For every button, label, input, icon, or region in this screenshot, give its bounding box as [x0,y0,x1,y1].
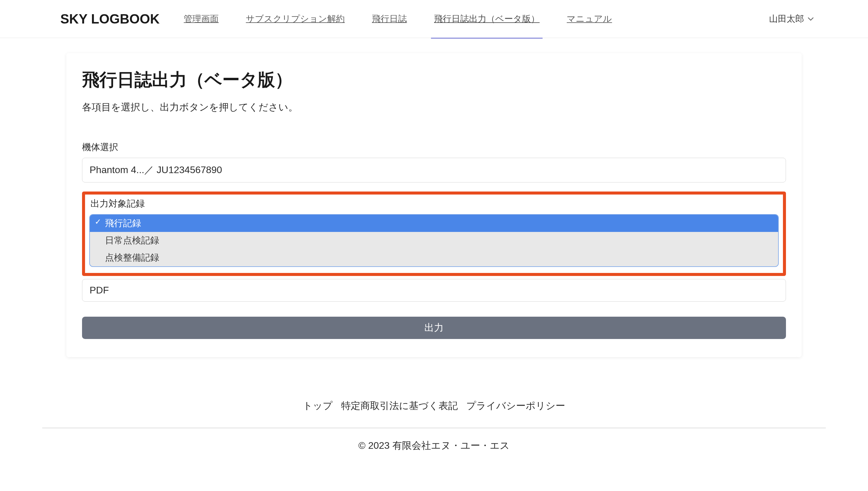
format-field-group: PDF [82,279,786,301]
nav-item-admin[interactable]: 管理画面 [184,0,219,38]
aircraft-field-group: 機体選択 Phantom 4...／ JU1234567890 [82,141,786,182]
page-title: 飛行日誌出力（ベータ版） [82,68,786,92]
main-nav: 管理画面 サブスクリプション解約 飛行日誌 飛行日誌出力（ベータ版） マニュアル [184,0,769,38]
chevron-down-icon [808,17,814,21]
footer-link-transactions-law[interactable]: 特定商取引法に基づく表記 [341,399,458,412]
dropdown-option-daily-inspection[interactable]: 日常点検記録 [90,232,778,249]
nav-item-manual[interactable]: マニュアル [567,0,612,38]
logo: SKY LOGBOOK [60,11,160,27]
dropdown-option-flight-record[interactable]: 飛行記録 [90,215,778,232]
footer-link-top[interactable]: トップ [303,399,332,412]
nav-item-flight-log[interactable]: 飛行日誌 [372,0,407,38]
record-type-highlight: 出力対象記録 飛行記録 日常点検記録 点検整備記録 [82,192,786,276]
user-name: 山田太郎 [769,13,804,25]
aircraft-select[interactable]: Phantom 4...／ JU1234567890 [82,158,786,182]
dropdown-option-maintenance-inspection[interactable]: 点検整備記録 [90,249,778,266]
footer-link-privacy-policy[interactable]: プライバシーポリシー [466,399,565,412]
main-content: 飛行日誌出力（ベータ版） 各項目を選択し、出力ボタンを押してください。 機体選択… [0,38,868,357]
format-select[interactable]: PDF [82,279,786,301]
page-subtitle: 各項目を選択し、出力ボタンを押してください。 [82,101,786,114]
record-type-dropdown[interactable]: 飛行記録 日常点検記録 点検整備記録 [89,214,779,267]
footer-links: トップ 特定商取引法に基づく表記 プライバシーポリシー [0,399,868,428]
copyright: © 2023 有限会社エヌ・ユー・エス [0,428,868,463]
record-type-label: 出力対象記録 [87,196,781,210]
nav-item-subscription-cancel[interactable]: サブスクリプション解約 [246,0,345,38]
aircraft-label: 機体選択 [82,141,786,153]
header: SKY LOGBOOK 管理画面 サブスクリプション解約 飛行日誌 飛行日誌出力… [0,0,868,38]
user-menu[interactable]: 山田太郎 [769,13,814,25]
nav-item-flight-log-export[interactable]: 飛行日誌出力（ベータ版） [434,0,540,38]
export-card: 飛行日誌出力（ベータ版） 各項目を選択し、出力ボタンを押してください。 機体選択… [66,53,802,357]
footer: トップ 特定商取引法に基づく表記 プライバシーポリシー © 2023 有限会社エ… [0,399,868,463]
export-button[interactable]: 出力 [82,317,786,339]
